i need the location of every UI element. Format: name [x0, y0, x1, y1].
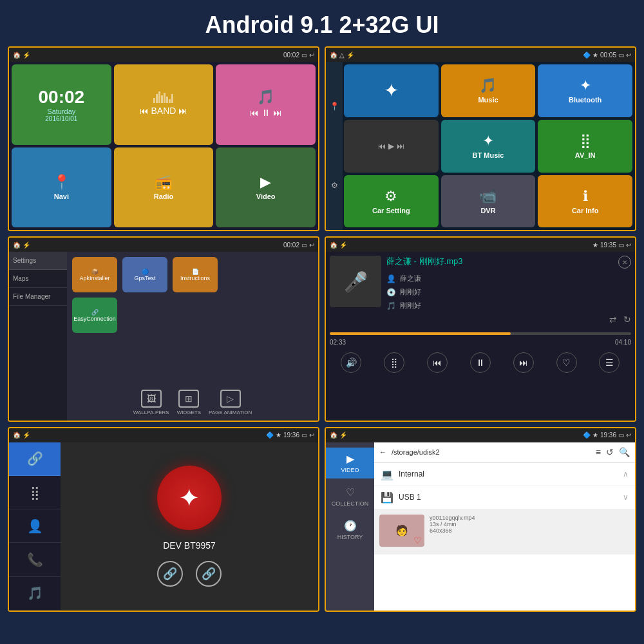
time-2: 00:05	[600, 52, 616, 59]
prev-btn[interactable]: ⏮	[140, 106, 149, 116]
bluetooth-symbol[interactable]: ✦	[157, 466, 222, 530]
carsetting-icon: ⚙	[384, 188, 397, 205]
radio-tile[interactable]: ⏮ BAND ⏭	[114, 64, 214, 145]
usb-icon-2: ⚡	[346, 52, 354, 59]
volume-btn[interactable]: 🔊	[341, 352, 361, 373]
back-arrow[interactable]: ←	[379, 448, 386, 456]
sidebar-location[interactable]: 📍	[330, 102, 339, 111]
song-icon: 🎵	[386, 301, 396, 310]
bt-connect-btn[interactable]: 🔗	[157, 561, 183, 587]
shuffle-icon[interactable]: ⇄	[609, 314, 617, 325]
instructions-icon: 📄	[192, 269, 199, 275]
internal-folder[interactable]: 💻 Internal ∧	[374, 463, 635, 486]
eq-btn[interactable]: ⣿	[384, 352, 404, 373]
wallpapers-btn[interactable]: 🖼 WALLPA-PERS	[133, 390, 169, 415]
screen-bluetooth: 🏠 ⚡ 🔷 ★ 19:36 ▭ ↩ 🔗 ⣿	[8, 427, 319, 612]
refresh-icon[interactable]: ↺	[606, 447, 614, 457]
status-left-5: 🏠 ⚡	[13, 431, 30, 439]
close-btn[interactable]: ✕	[618, 256, 631, 269]
usb1-folder[interactable]: 💾 USB 1 ∨	[374, 486, 635, 509]
back-2[interactable]: ↩	[626, 52, 631, 59]
album-icon: 💿	[386, 288, 396, 297]
apkinstaller-icon: 📦	[91, 269, 99, 275]
sidebar-maps[interactable]: Maps	[9, 270, 67, 288]
bluetooth-tile[interactable]: ✦	[344, 64, 439, 117]
progress-bar[interactable]	[330, 332, 631, 335]
list-btn[interactable]: ☰	[599, 352, 620, 373]
back-5[interactable]: ↩	[309, 431, 314, 439]
dvr-tile[interactable]: 📹 DVR	[441, 175, 536, 228]
bluetooth-menu-tile[interactable]: ✦ Bluetooth	[538, 64, 632, 117]
file-duration: 13s / 4min	[430, 521, 475, 527]
bt-contacts-item[interactable]: 👤	[9, 509, 61, 543]
play-media[interactable]: ▶	[388, 142, 394, 151]
bt-menu-icon: ✦	[580, 77, 591, 94]
back-4[interactable]: ↩	[626, 242, 631, 249]
status-left-6: 🏠 ⚡	[330, 431, 347, 439]
media-controls-tile[interactable]: ⏮ ▶ ⏭	[344, 120, 439, 173]
back-3[interactable]: ↩	[309, 242, 314, 249]
widgets-btn[interactable]: ⊞ WIDGETS	[177, 390, 201, 415]
avin-tile[interactable]: ⣿ AV_IN	[538, 120, 632, 173]
video-tile[interactable]: ▶ Video	[216, 147, 316, 228]
bt-link-item[interactable]: 🔗	[9, 442, 61, 476]
thumb-person-icon: 🧑	[395, 524, 408, 536]
back-6[interactable]: ↩	[626, 431, 631, 439]
sidebar-settings[interactable]: ⚙	[331, 181, 338, 190]
fm-video-item[interactable]: ▶ VIDEO	[326, 448, 374, 478]
fm-collection-item[interactable]: ♡ COLLECTION	[326, 481, 374, 512]
search-icon[interactable]: 🔍	[619, 447, 630, 457]
heart-btn[interactable]: ♡	[556, 352, 577, 373]
filter-icon[interactable]: ≡	[596, 447, 601, 457]
fwd-btn[interactable]: ⏭	[273, 108, 282, 118]
bt-keypad-item[interactable]: ⣿	[9, 476, 61, 509]
fm-video-icon: ▶	[346, 453, 354, 465]
rew-btn[interactable]: ⏮	[250, 108, 259, 118]
internal-icon: 💻	[381, 468, 393, 480]
radio2-tile[interactable]: 📻 Radio	[114, 147, 214, 228]
bt-music-item[interactable]: 🎵	[9, 577, 61, 611]
bt-disconnect-btn[interactable]: 🔗	[196, 561, 222, 587]
easyconn-icon: 🔗	[91, 309, 99, 316]
sidebar-filemanager[interactable]: File Manager	[9, 288, 67, 306]
status-left-3: 🏠 ⚡	[13, 242, 30, 249]
prev-media[interactable]: ⏮	[378, 142, 386, 151]
play-pause-btn[interactable]: ⏸	[470, 352, 491, 373]
back-1[interactable]: ↩	[309, 52, 314, 59]
time-5: 19:36	[283, 431, 299, 439]
status-bar-5: 🏠 ⚡ 🔷 ★ 19:36 ▭ ↩	[9, 428, 318, 442]
fm-history-item[interactable]: 🕐 HISTORY	[326, 515, 374, 545]
apkinstaller-app[interactable]: 📦 ApkInstaller	[72, 257, 117, 292]
artist-name: 薛之谦	[400, 274, 421, 283]
status-bar-3: 🏠 ⚡ 00:02 ▭ ↩	[9, 238, 318, 252]
page-animation-btn[interactable]: ▷ PAGE ANIMATION	[209, 390, 252, 415]
carinfo-tile[interactable]: ℹ Car Info	[538, 175, 632, 228]
next-track-btn[interactable]: ⏭	[513, 352, 534, 373]
next-media[interactable]: ⏭	[397, 142, 404, 151]
gpstest-app[interactable]: 🔵 GpsTest	[122, 257, 167, 292]
status-right-3: 00:02 ▭ ↩	[283, 242, 314, 249]
apps-sidebar: Settings Maps File Manager	[9, 252, 67, 420]
carsetting-tile[interactable]: ⚙ Car Setting	[344, 175, 439, 228]
fm-history-label: HISTORY	[337, 534, 363, 540]
app-row-1: 📦 ApkInstaller 🔵 GpsTest 📄 Instructions	[72, 257, 313, 292]
play-btn[interactable]: ⏸	[261, 108, 270, 118]
navi-tile[interactable]: 📍 Navi	[12, 147, 111, 228]
usb1-chevron: ∨	[623, 493, 629, 502]
prev-track-btn[interactable]: ⏮	[427, 352, 448, 373]
clock-tile[interactable]: 00:02 Saturday 2016/10/01	[12, 64, 111, 145]
waveform	[153, 90, 173, 103]
repeat-icon[interactable]: ↻	[623, 314, 631, 325]
band-btn[interactable]: BAND	[151, 106, 176, 116]
music-tile[interactable]: 🎵 ⏮ ⏸ ⏭	[216, 64, 316, 145]
instructions-app[interactable]: 📄 Instructions	[173, 257, 218, 292]
time-4: 19:35	[600, 242, 616, 249]
btmusic-tile[interactable]: ✦ BT Music	[441, 120, 536, 173]
sidebar-settings[interactable]: Settings	[9, 252, 67, 270]
next-btn[interactable]: ⏭	[178, 106, 187, 116]
bt-calls-item[interactable]: 📞	[9, 543, 61, 576]
path-label: /storage/udisk2	[392, 448, 440, 456]
fm-thumbnail-area: 🧑 ♡ y0011egqqlv.mp4 13s / 4min 640x368	[374, 509, 635, 554]
music-menu-tile[interactable]: 🎵 Music	[441, 64, 536, 117]
easyconnection-app[interactable]: 🔗 EasyConnection	[72, 298, 117, 333]
